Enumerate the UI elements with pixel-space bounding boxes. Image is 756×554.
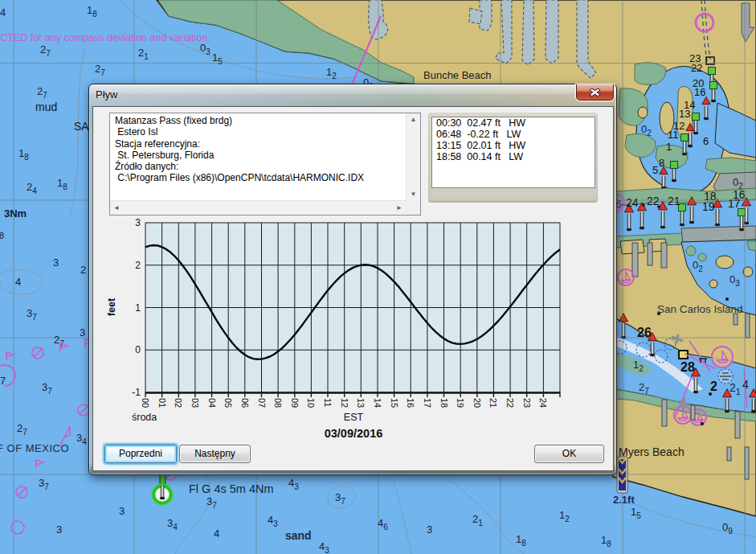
svg-text:4: 4 [378, 517, 383, 529]
svg-text:22: 22 [691, 62, 702, 74]
svg-text:1: 1 [326, 66, 332, 78]
svg-text:3: 3 [427, 523, 432, 536]
svg-text:ECTED for any compass deviatio: ECTED for any compass deviation and vari… [0, 32, 210, 43]
svg-text:6: 6 [703, 135, 709, 147]
svg-text:7: 7 [43, 91, 47, 100]
svg-text:2: 2 [639, 381, 644, 393]
svg-text:8: 8 [63, 183, 67, 191]
svg-text:5: 5 [218, 57, 223, 66]
svg-text:4: 4 [742, 378, 749, 391]
svg-text:21: 21 [668, 195, 680, 207]
svg-text:4: 4 [319, 540, 325, 552]
svg-text:SA: SA [74, 120, 89, 133]
svg-text:3: 3 [42, 381, 47, 393]
svg-text:6: 6 [383, 523, 388, 531]
svg-text:3: 3 [135, 217, 141, 228]
svg-text:1: 1 [212, 51, 218, 64]
svg-text:4: 4 [214, 527, 219, 540]
svg-text:3: 3 [294, 482, 299, 491]
svg-text:2: 2 [40, 43, 46, 55]
svg-text:3: 3 [273, 519, 278, 528]
svg-text:17: 17 [423, 398, 432, 408]
svg-text:0: 0 [729, 273, 735, 285]
svg-text:19: 19 [702, 200, 715, 213]
svg-text:24: 24 [538, 398, 548, 408]
svg-text:3: 3 [39, 477, 44, 489]
svg-text:04: 04 [207, 398, 217, 408]
svg-text:0: 0 [200, 42, 206, 54]
svg-text:1: 1 [631, 506, 636, 518]
svg-text:8: 8 [659, 157, 664, 169]
svg-text:26: 26 [637, 326, 652, 339]
svg-text:21: 21 [488, 398, 498, 408]
svg-text:środa: środa [132, 412, 157, 423]
svg-text:18: 18 [439, 398, 449, 408]
svg-text:1: 1 [478, 519, 483, 527]
svg-text:mud: mud [35, 101, 57, 113]
svg-text:3: 3 [335, 491, 341, 503]
svg-text:22: 22 [505, 398, 515, 408]
svg-text:22: 22 [647, 195, 660, 207]
svg-text:23: 23 [522, 398, 532, 408]
svg-text:8: 8 [24, 153, 29, 162]
svg-text:08: 08 [273, 398, 283, 408]
svg-text:3: 3 [206, 495, 212, 507]
svg-text:13: 13 [356, 398, 366, 408]
svg-text:03: 03 [190, 398, 200, 408]
svg-text:1: 1 [666, 141, 672, 153]
svg-text:3: 3 [53, 256, 59, 269]
svg-text:2: 2 [17, 422, 22, 434]
svg-text:16: 16 [406, 398, 415, 408]
svg-text:7: 7 [32, 313, 37, 322]
svg-text:4: 4 [173, 523, 178, 531]
svg-text:28: 28 [680, 360, 695, 374]
svg-text:07: 07 [257, 398, 267, 408]
svg-text:3: 3 [119, 505, 125, 517]
svg-text:7: 7 [47, 387, 52, 396]
svg-text:2: 2 [639, 364, 644, 373]
svg-text:4: 4 [15, 276, 21, 288]
svg-text:8: 8 [0, 231, 4, 240]
svg-text:3: 3 [735, 279, 740, 288]
svg-text:16: 16 [694, 86, 705, 98]
svg-text:5: 5 [636, 511, 641, 520]
svg-text:3: 3 [206, 47, 210, 56]
svg-text:0: 0 [733, 176, 738, 188]
svg-text:0: 0 [722, 521, 728, 533]
svg-text:Bunche Beach: Bunche Beach [423, 69, 492, 81]
svg-text:EST: EST [344, 412, 364, 423]
svg-text:0: 0 [641, 123, 647, 135]
svg-text:4: 4 [288, 477, 294, 489]
svg-text:2: 2 [138, 47, 144, 59]
svg-text:4: 4 [82, 437, 87, 446]
svg-text:9: 9 [728, 527, 733, 536]
svg-text:2: 2 [135, 260, 141, 271]
svg-text:06: 06 [240, 398, 250, 408]
svg-text:2: 2 [54, 334, 59, 346]
svg-text:05: 05 [223, 398, 233, 408]
svg-text:2: 2 [710, 380, 717, 393]
svg-text:2: 2 [80, 264, 86, 276]
svg-text:02: 02 [174, 398, 183, 408]
svg-text:F OF MEXICO: F OF MEXICO [0, 442, 69, 454]
svg-text:4: 4 [0, 6, 6, 18]
svg-text:3: 3 [56, 523, 62, 536]
svg-text:2: 2 [472, 513, 478, 525]
svg-text:15: 15 [390, 398, 399, 408]
svg-text:8: 8 [521, 539, 526, 548]
svg-text:2: 2 [647, 129, 652, 137]
svg-text:1: 1 [135, 302, 141, 314]
svg-text:2: 2 [27, 181, 32, 193]
svg-text:1: 1 [736, 387, 741, 396]
svg-text:16: 16 [733, 188, 746, 201]
svg-text:09: 09 [290, 398, 300, 408]
svg-text:19: 19 [456, 398, 465, 408]
svg-text:7: 7 [644, 387, 649, 396]
svg-text:12: 12 [340, 398, 349, 408]
svg-text:10: 10 [306, 398, 316, 408]
svg-text:14: 14 [373, 398, 382, 408]
svg-text:1: 1 [57, 177, 63, 189]
svg-text:1: 1 [18, 147, 24, 159]
svg-text:1: 1 [633, 359, 639, 371]
svg-text:8: 8 [607, 540, 611, 548]
